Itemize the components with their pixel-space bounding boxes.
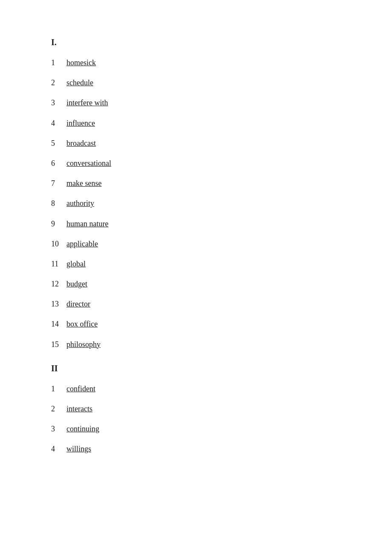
list-item: 6conversational: [51, 158, 341, 169]
item-text: director: [66, 299, 90, 309]
list-item: 11global: [51, 259, 341, 269]
item-number: 3: [51, 424, 66, 434]
list-item: 3interfere with: [51, 98, 341, 108]
section-i: I. 1homesick 2schedule3interfere with 4i…: [51, 38, 341, 350]
list-item: 2schedule: [51, 78, 341, 88]
section-ii-header: II: [51, 364, 341, 373]
list-item: 1confident: [51, 384, 341, 394]
item-text: budget: [66, 279, 87, 289]
item-number: 5: [51, 138, 66, 149]
item-number: 2: [51, 404, 66, 414]
item-text: broadcast: [66, 138, 96, 149]
item-text: human nature: [66, 219, 108, 229]
item-number: 9: [51, 219, 66, 229]
item-number: 14: [51, 319, 66, 330]
item-text: philosophy: [66, 339, 101, 350]
list-item: 13director: [51, 299, 341, 309]
item-number: 2: [51, 78, 66, 88]
item-text: confident: [66, 384, 95, 394]
item-number: 15: [51, 339, 66, 350]
item-number: 1: [51, 58, 66, 68]
item-text: interacts: [66, 404, 92, 414]
list-item: 8authority: [51, 198, 341, 209]
item-number: 4: [51, 118, 66, 129]
item-text: willings: [66, 444, 91, 454]
list-item: 4willings: [51, 444, 341, 454]
list-item: 4influence: [51, 118, 341, 129]
section-i-header: I.: [51, 38, 341, 47]
list-item: 7make sense: [51, 178, 341, 189]
list-item: 5broadcast: [51, 138, 341, 149]
item-number: 4: [51, 444, 66, 454]
item-text: make sense: [66, 178, 101, 189]
item-text: influence: [66, 118, 95, 129]
item-number: 7: [51, 178, 66, 189]
item-text: authority: [66, 198, 94, 209]
item-text: homesick: [66, 58, 96, 68]
item-text: continuing: [66, 424, 99, 434]
item-number: 3: [51, 98, 66, 108]
list-item: 1homesick: [51, 58, 341, 68]
list-item: 2interacts: [51, 404, 341, 414]
item-number: 13: [51, 299, 66, 309]
item-number: 8: [51, 198, 66, 209]
item-text: box office: [66, 319, 98, 330]
section-ii: II 1confident2interacts3continuing4willi…: [51, 364, 341, 455]
item-number: 1: [51, 384, 66, 394]
list-item: 12budget: [51, 279, 341, 289]
list-item: 14box office: [51, 319, 341, 330]
item-text: global: [66, 259, 86, 269]
item-text: interfere with: [66, 98, 108, 108]
item-text: schedule: [66, 78, 93, 88]
section-ii-list: 1confident2interacts3continuing4willings: [51, 384, 341, 455]
list-item: 10applicable: [51, 239, 341, 249]
item-text: applicable: [66, 239, 98, 249]
list-item: 3continuing: [51, 424, 341, 434]
item-number: 6: [51, 158, 66, 169]
item-number: 11: [51, 259, 66, 269]
item-number: 10: [51, 239, 66, 249]
list-item: 9human nature: [51, 219, 341, 229]
list-item: 15philosophy: [51, 339, 341, 350]
section-i-list: 1homesick 2schedule3interfere with 4infl…: [51, 58, 341, 350]
item-number: 12: [51, 279, 66, 289]
item-text: conversational: [66, 158, 111, 169]
